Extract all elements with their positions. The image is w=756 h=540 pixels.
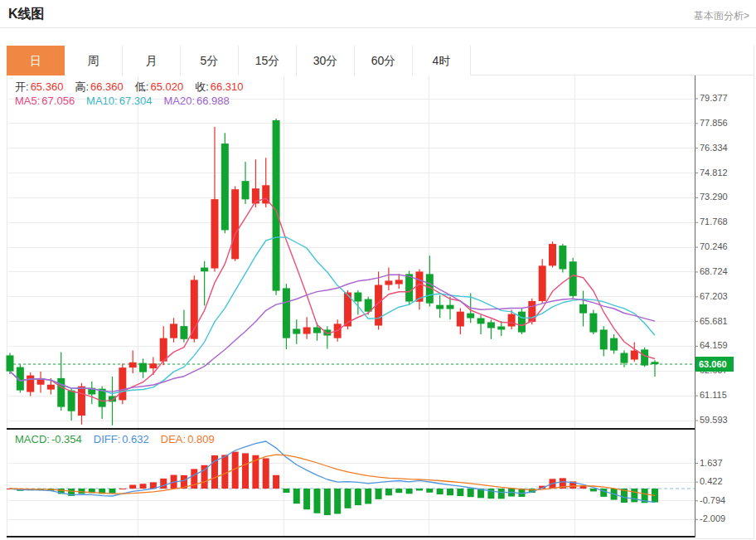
info-pair: MA20:66.988: [163, 95, 229, 107]
candle-body: [27, 376, 34, 392]
candle-body: [497, 327, 505, 330]
info-label: 开:: [15, 80, 29, 93]
macd-info: MACD:-0.354DIFF:0.632DEA:0.809: [15, 433, 226, 445]
candle-body: [313, 328, 321, 333]
info-value: 65.360: [31, 80, 64, 93]
candle-body: [7, 355, 14, 371]
macd-bar: [395, 489, 402, 493]
candle-body: [559, 246, 566, 269]
candle-body: [620, 353, 628, 362]
macd-bar: [376, 489, 382, 499]
interval-tabs: 日周月5分15分30分60分4时: [7, 46, 754, 75]
axis-tick-label: -2.009: [700, 513, 749, 523]
candle-body: [68, 391, 75, 411]
candle-body: [170, 324, 177, 338]
info-pair: DEA:0.809: [161, 433, 215, 445]
candle-body: [293, 328, 300, 333]
macd-bar: [334, 489, 341, 513]
macd-bar: [457, 489, 463, 496]
candle-body: [139, 363, 147, 372]
candle-body: [211, 199, 218, 268]
info-label: MA20:: [163, 95, 195, 107]
candle-body: [610, 338, 618, 351]
macd-bar: [437, 489, 443, 494]
axis-tick-label: 65.681: [700, 316, 749, 326]
info-label: MA10:: [86, 95, 118, 107]
info-value: 66.310: [211, 80, 244, 93]
info-value: 66.360: [90, 80, 124, 93]
candle-body: [652, 362, 659, 364]
axis-tick-label: 76.334: [700, 143, 749, 153]
info-pair: 低:65.020: [135, 80, 183, 93]
macd-bar: [447, 489, 453, 495]
candle-body: [149, 363, 157, 368]
candle-body: [119, 367, 126, 400]
tab-week[interactable]: 周: [65, 46, 123, 75]
macd-bar: [273, 475, 279, 489]
candle-body: [303, 328, 311, 334]
candle-body: [385, 280, 392, 285]
ohlc-info: 开:65.360高:66.360低:65.020收:66.310: [15, 80, 255, 95]
fundamental-analysis-link[interactable]: 基本面分析>: [694, 9, 749, 23]
candle-body: [477, 319, 485, 324]
info-pair: MA5:67.056: [15, 95, 75, 107]
candle-body: [447, 305, 454, 309]
axis-tick-label: 77.856: [700, 118, 749, 128]
candle-body: [487, 322, 495, 328]
info-value: 67.304: [119, 95, 153, 107]
macd-bar: [580, 486, 587, 489]
page-title: K线图: [8, 6, 45, 23]
candle-body: [457, 312, 464, 327]
candle-body: [242, 181, 250, 199]
tab-5min[interactable]: 5分: [181, 46, 239, 75]
candle-body: [283, 288, 290, 338]
info-pair: DIFF:0.632: [94, 433, 149, 445]
macd-bar: [365, 489, 371, 504]
macd-bar: [416, 489, 423, 490]
macd-bar: [468, 489, 474, 497]
info-pair: MA10:67.304: [86, 95, 152, 107]
macd-bar: [303, 489, 310, 509]
axis-tick-label: 73.290: [700, 192, 749, 202]
candle-body: [539, 265, 546, 301]
macd-bar: [498, 489, 505, 499]
candle-body: [436, 305, 443, 309]
tab-day[interactable]: 日: [7, 46, 65, 75]
candle-body: [569, 261, 577, 296]
info-value: 0.809: [187, 433, 215, 445]
macd-bar: [313, 489, 320, 513]
axis-tick-label: 59.593: [700, 415, 749, 425]
info-label: 收:: [195, 80, 209, 93]
info-label: MACD:: [15, 433, 50, 445]
macd-bar: [345, 489, 351, 508]
info-value: 0.632: [122, 433, 149, 445]
macd-bar: [590, 489, 597, 491]
info-label: 低:: [135, 80, 149, 93]
candle-body: [273, 120, 280, 291]
axis-tick-label: 61.115: [700, 390, 749, 400]
candle-body: [354, 293, 361, 302]
candle-body: [191, 280, 198, 338]
axis-tick-label: 79.377: [700, 93, 749, 103]
macd-bar: [355, 489, 361, 505]
macd-bar: [385, 489, 392, 495]
tab-30min[interactable]: 30分: [297, 46, 355, 75]
tab-15min[interactable]: 15分: [239, 46, 297, 75]
macd-bar: [109, 489, 115, 494]
dea-line: [10, 455, 655, 495]
candle-body: [518, 312, 526, 333]
macd-bar: [160, 479, 167, 489]
candle-body: [180, 326, 187, 339]
macd-bar: [129, 484, 136, 489]
tab-4hour[interactable]: 4时: [413, 46, 471, 75]
info-value: 67.056: [41, 95, 75, 107]
macd-bar: [119, 489, 126, 489]
axis-tick-label: 64.159: [700, 340, 749, 350]
info-pair: 开:65.360: [15, 80, 63, 93]
tab-60min[interactable]: 60分: [355, 46, 413, 75]
tab-month[interactable]: 月: [123, 46, 181, 75]
axis-tick-label: 74.812: [700, 168, 749, 178]
info-label: DEA:: [161, 433, 186, 445]
info-label: 高:: [75, 80, 89, 93]
axis-tick-label: 68.724: [700, 266, 749, 276]
